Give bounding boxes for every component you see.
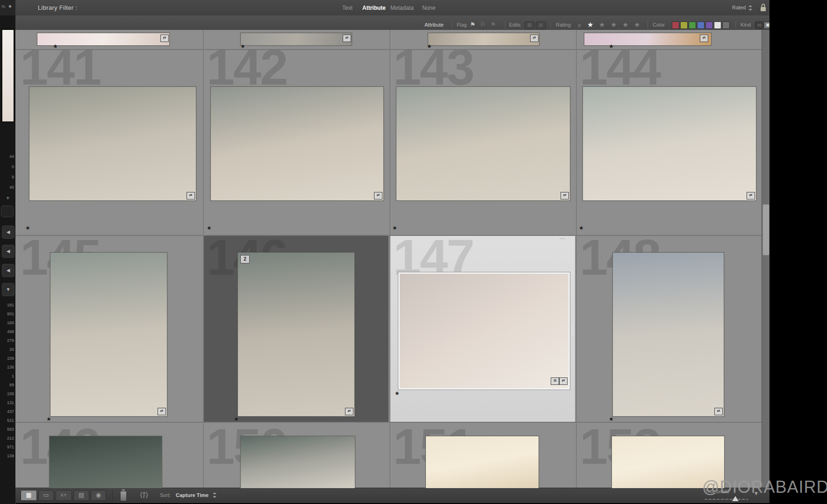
rating-star-1[interactable]: ★ bbox=[587, 21, 593, 29]
thumbnail-size-slider[interactable] bbox=[705, 499, 748, 500]
folder-count: 521 bbox=[0, 418, 14, 423]
crop-badge-icon[interactable]: ⇄ bbox=[700, 35, 708, 42]
kind-master-button[interactable]: ▭ bbox=[755, 21, 763, 29]
color-swatch-green[interactable] bbox=[689, 21, 696, 29]
flag-reject-icon[interactable]: ⚑ bbox=[490, 21, 496, 28]
people-view-button[interactable]: ◉ bbox=[91, 490, 106, 501]
thumbnail-partial[interactable] bbox=[584, 33, 712, 46]
survey-view-button[interactable]: ▤ bbox=[73, 490, 89, 501]
grid-view-button[interactable]: ▦ bbox=[21, 490, 37, 501]
collapse-down-button[interactable]: ▼ bbox=[2, 283, 14, 296]
filter-tab-metadata[interactable]: Metadata bbox=[390, 5, 414, 11]
pick-flag-star[interactable]: ★ bbox=[392, 225, 397, 231]
thumbnail-partial[interactable] bbox=[49, 436, 162, 488]
folder-count: 212 bbox=[0, 436, 14, 440]
pick-flag-star[interactable]: ★ bbox=[234, 416, 239, 422]
pick-flag-star[interactable]: ★ bbox=[240, 43, 245, 49]
crop-badge-icon[interactable]: ⇄ bbox=[747, 192, 755, 199]
collapse-left-button[interactable]: ◀ bbox=[2, 226, 14, 239]
navigator-preview-fragment bbox=[1, 29, 14, 122]
chevron-left-icon: ◀ bbox=[7, 268, 10, 273]
attribute-filter-bar: Attribute Flag ⚑ ⚐ ⚑ Edits ⊞ ⊘ Rating ≥ … bbox=[15, 15, 769, 30]
pick-flag-star[interactable]: ★ bbox=[53, 43, 58, 49]
cell-index: 143 bbox=[393, 46, 473, 89]
pick-flag-star[interactable]: ★ bbox=[609, 416, 614, 422]
folder-count: 40 bbox=[0, 185, 14, 190]
pick-flag-star[interactable]: ★ bbox=[427, 43, 432, 49]
folder-count: 159 bbox=[0, 356, 14, 361]
color-swatch-blue[interactable] bbox=[697, 21, 705, 29]
pick-flag-star[interactable]: ★ bbox=[25, 225, 30, 231]
edited-filter-icon[interactable]: ⊞ bbox=[525, 21, 534, 29]
crop-badge-icon[interactable]: ⇄ bbox=[345, 408, 353, 415]
crop-badge-icon[interactable]: ⇄ bbox=[714, 408, 723, 415]
thumbnail[interactable] bbox=[396, 86, 570, 201]
rating-star-4[interactable]: ★ bbox=[622, 21, 628, 29]
rating-star-3[interactable]: ★ bbox=[611, 21, 617, 29]
sort-value[interactable]: Capture Time bbox=[176, 492, 209, 498]
crop-badge-icon[interactable]: ⇄ bbox=[374, 192, 382, 199]
color-swatch-purple[interactable] bbox=[705, 21, 713, 29]
crop-badge-icon[interactable]: ⇄ bbox=[559, 377, 568, 385]
filter-tab-text[interactable]: Text bbox=[342, 5, 352, 11]
pick-flag-star[interactable]: ★ bbox=[46, 416, 51, 422]
pick-flag-star[interactable]: ★ bbox=[579, 225, 584, 231]
thumbnail[interactable] bbox=[210, 86, 384, 201]
thumbnail[interactable] bbox=[50, 252, 167, 417]
thumbnail-partial[interactable] bbox=[240, 436, 355, 488]
flag-pick-icon[interactable]: ⚑ bbox=[469, 21, 476, 28]
rating-star-5[interactable]: ★ bbox=[634, 21, 640, 29]
cell-expand-handle[interactable] bbox=[571, 322, 574, 337]
unedited-filter-icon[interactable]: ⊘ bbox=[536, 21, 546, 29]
thumbnail[interactable] bbox=[29, 86, 196, 201]
crop-badge-icon[interactable]: ⇄ bbox=[530, 35, 539, 42]
thumbnail-partial[interactable] bbox=[425, 436, 539, 488]
thumbnail[interactable] bbox=[612, 252, 724, 417]
rated-popup-icon[interactable] bbox=[748, 5, 752, 11]
thumbnail[interactable] bbox=[582, 86, 756, 201]
grid-scrollbar[interactable] bbox=[762, 30, 770, 488]
folder-count: 971 bbox=[0, 445, 14, 449]
compare-view-button[interactable]: XY bbox=[56, 490, 72, 501]
color-swatch-none[interactable] bbox=[714, 21, 721, 29]
rated-preset-label[interactable]: Rated bbox=[732, 5, 746, 10]
scrollbar-thumb[interactable] bbox=[762, 204, 769, 256]
crop-badge-icon[interactable]: ⇄ bbox=[158, 408, 166, 415]
left-panel-header: % ◆ bbox=[0, 0, 15, 15]
pick-flag-star[interactable]: ★ bbox=[395, 390, 400, 396]
watermark: @DIORABAIRD bbox=[702, 477, 827, 497]
crop-badge-icon[interactable]: ⇄ bbox=[343, 35, 351, 42]
folder-count: 181 bbox=[0, 303, 14, 307]
flag-unflagged-icon[interactable]: ⚐ bbox=[480, 21, 486, 28]
color-swatch-yellow[interactable] bbox=[680, 21, 688, 29]
color-swatch-custom[interactable] bbox=[722, 21, 730, 29]
sort-popup-icon[interactable] bbox=[213, 492, 216, 498]
thumbnail[interactable] bbox=[237, 252, 355, 417]
color-filter-label: Color bbox=[653, 22, 665, 28]
filter-tab-none[interactable]: None bbox=[422, 5, 436, 11]
rating-filter-label: Rating bbox=[556, 22, 571, 28]
sort-direction-icon[interactable]: ( AZ ) bbox=[140, 491, 148, 498]
thumbnail-partial[interactable] bbox=[428, 33, 539, 46]
panel-button-fragment[interactable] bbox=[1, 206, 14, 217]
crop-badge-icon[interactable]: ⇄ bbox=[160, 35, 169, 42]
collapse-left-button[interactable]: ◀ bbox=[2, 264, 14, 277]
color-swatch-red[interactable] bbox=[672, 21, 679, 29]
crop-badge-icon[interactable]: ⇄ bbox=[561, 192, 569, 199]
chevron-down-icon: ▼ bbox=[6, 287, 11, 292]
collapse-left-button[interactable]: ◀ bbox=[2, 245, 14, 258]
thumbnail-active[interactable] bbox=[398, 272, 570, 390]
add-collection-icon[interactable]: + bbox=[6, 194, 10, 201]
pick-flag-star[interactable]: ★ bbox=[207, 225, 212, 231]
pick-flag-star[interactable]: ★ bbox=[609, 43, 614, 49]
crop-badge-icon[interactable]: ⇄ bbox=[187, 192, 195, 199]
collection-badge-icon[interactable]: ⊞ bbox=[551, 377, 559, 385]
filter-lock-icon[interactable] bbox=[760, 3, 767, 12]
rating-operator[interactable]: ≥ bbox=[578, 22, 581, 28]
loupe-view-button[interactable]: ▭ bbox=[38, 490, 54, 501]
stack-count-badge[interactable]: 2 bbox=[240, 255, 250, 263]
cell-menu-dots-icon[interactable]: ⋯ bbox=[559, 235, 566, 242]
filter-tab-attribute[interactable]: Attribute bbox=[362, 5, 386, 11]
thumbnail-partial[interactable] bbox=[240, 33, 352, 46]
rating-star-2[interactable]: ★ bbox=[599, 21, 605, 29]
